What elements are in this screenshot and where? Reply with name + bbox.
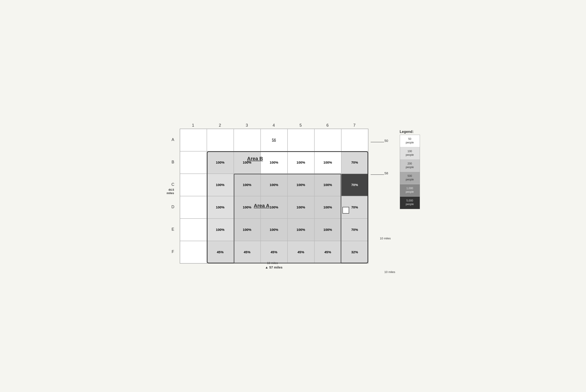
annotation-10-miles-bottom: 10 miles xyxy=(267,261,278,265)
legend-label-5000: 5,000people xyxy=(406,199,414,206)
annotation-44-5-miles: 44.5miles xyxy=(167,188,174,195)
cell-e5: 100% xyxy=(288,218,314,241)
annotation-58-text: 58 xyxy=(385,171,388,175)
cell-f4: 45% xyxy=(261,241,288,263)
cell-f3: 45% xyxy=(234,241,261,263)
legend-title: Legend: xyxy=(400,130,420,134)
col-headers: 1 2 3 4 5 6 7 xyxy=(180,123,391,129)
grid-content: 56 100% 100% 100% 100% 100% 70% xyxy=(180,129,368,264)
bottom-area: ▲ 57 miles 10 miles xyxy=(180,264,391,269)
row-label-b: B xyxy=(166,151,180,174)
cell-b7: 70% xyxy=(341,151,368,174)
row-e: 100% 100% 100% 100% 100% 70% xyxy=(180,218,368,241)
cell-c4: 100% xyxy=(261,174,288,196)
col-header-7: 7 xyxy=(341,123,368,129)
col-header-4: 4 xyxy=(260,123,287,129)
cell-b3: 100% xyxy=(234,151,261,174)
cell-c1 xyxy=(180,174,207,196)
legend-bar: 50people 100people 200people 500people 1… xyxy=(400,135,420,209)
cell-a3 xyxy=(234,129,261,151)
legend-item-500: 500people xyxy=(400,172,420,184)
grid-body: A B C D E F 56 xyxy=(166,129,391,264)
cell-b1 xyxy=(180,151,207,174)
legend-label-200: 200people xyxy=(406,162,414,169)
row-d: 100% 100% 100% 100% 100% 70% xyxy=(180,196,368,218)
cell-a1 xyxy=(180,129,207,151)
cell-c2: 100% xyxy=(207,174,234,196)
cell-d1 xyxy=(180,196,207,218)
page-container: 1 2 3 4 5 6 7 A B C D E F xyxy=(166,123,420,269)
cell-d5: 100% xyxy=(288,196,314,218)
cell-f5: 45% xyxy=(288,241,314,263)
small-box-d7 xyxy=(342,207,349,214)
row-label-f: F xyxy=(166,241,180,263)
col-header-1: 1 xyxy=(180,123,207,129)
cell-a6 xyxy=(314,129,341,151)
cell-e6: 100% xyxy=(314,218,341,241)
legend-label-1000: 1,000people xyxy=(406,187,414,194)
cell-a2 xyxy=(207,129,234,151)
annotation-50: 50 xyxy=(371,140,389,145)
cell-e1 xyxy=(180,218,207,241)
cell-e2: 100% xyxy=(207,218,234,241)
legend-item-50: 50people xyxy=(400,135,420,147)
annotation-50-text: 50 xyxy=(385,139,388,142)
cell-f2: 45% xyxy=(207,241,234,263)
legend-item-1000: 1,000people xyxy=(400,184,420,196)
cell-b5: 100% xyxy=(288,151,314,174)
area-a-label: Area A xyxy=(254,203,270,209)
cell-c5: 100% xyxy=(288,174,314,196)
cell-d2: 100% xyxy=(207,196,234,218)
legend-section: Legend: 50people 100people 200people 500… xyxy=(400,130,420,209)
cell-f1 xyxy=(180,241,207,263)
grid-section: 1 2 3 4 5 6 7 A B C D E F xyxy=(166,123,391,269)
cell-b2: 100% xyxy=(207,151,234,174)
row-c: 100% 100% 100% 100% 100% 70% xyxy=(180,174,368,196)
cell-f6: 45% xyxy=(314,241,341,263)
cell-f7: 32% xyxy=(341,241,368,263)
cell-c3: 100% xyxy=(234,174,261,196)
cell-c7: 70% xyxy=(341,174,368,196)
legend-label-50: 50people xyxy=(406,138,414,144)
cell-e4: 100% xyxy=(261,218,288,241)
cell-d6: 100% xyxy=(314,196,341,218)
cell-a7 xyxy=(341,129,368,151)
cell-a5 xyxy=(288,129,314,151)
cell-c6: 100% xyxy=(314,174,341,196)
cell-a4-value: 56 xyxy=(272,138,276,142)
row-label-d: D xyxy=(166,196,180,218)
row-label-a: A xyxy=(166,129,180,151)
row-f: 45% 45% 45% 45% 45% 32% xyxy=(180,241,368,263)
row-b: 100% 100% 100% 100% 100% 70% xyxy=(180,151,368,174)
col-header-3: 3 xyxy=(233,123,260,129)
col-header-5: 5 xyxy=(287,123,314,129)
cell-b4: 100% xyxy=(261,151,288,174)
row-a: 56 xyxy=(180,129,368,151)
legend-label-100: 100people xyxy=(406,150,414,157)
col-header-2: 2 xyxy=(207,123,233,129)
annotation-58: 58 xyxy=(371,172,389,178)
legend-item-200: 200people xyxy=(400,160,420,172)
legend-item-5000: 5,000people xyxy=(400,196,420,209)
cell-e7: 70% xyxy=(341,218,368,241)
right-annotations: 50 58 xyxy=(368,129,391,264)
area-b-label: Area B xyxy=(247,156,263,162)
legend-item-100: 100people xyxy=(400,147,420,160)
row-labels: A B C D E F xyxy=(166,129,180,264)
annotation-10-miles-right: 10 miles xyxy=(380,237,391,240)
row-label-e: E xyxy=(166,218,180,241)
cell-e3: 100% xyxy=(234,218,261,241)
col-header-6: 6 xyxy=(314,123,341,129)
legend-label-500: 500people xyxy=(406,174,414,181)
cell-a4: 56 xyxy=(261,129,288,151)
cell-b6: 100% xyxy=(314,151,341,174)
annotation-10-right-bottom: 10 miles xyxy=(384,270,395,274)
